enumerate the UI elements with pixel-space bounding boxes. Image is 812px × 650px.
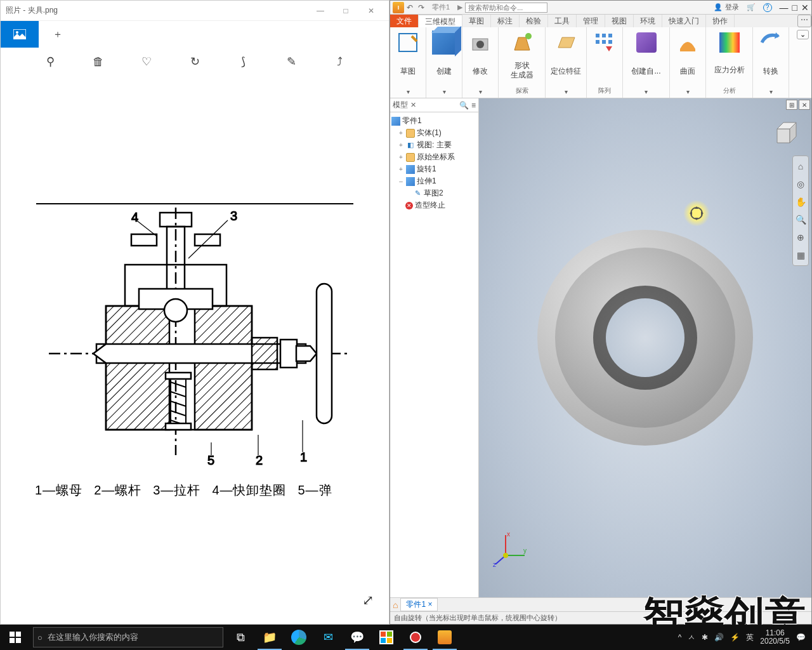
browser-menu-icon[interactable]: ≡ — [471, 101, 476, 110]
tab-get-started[interactable]: 快速入门 — [662, 15, 706, 27]
task-view-button[interactable]: ⧉ — [226, 625, 255, 650]
tray-overflow-icon[interactable]: ^ — [678, 633, 682, 642]
inventor-min-button[interactable]: — — [780, 3, 789, 13]
photos-close-button[interactable]: ✕ — [358, 1, 384, 21]
rotate-icon[interactable]: ↻ — [183, 50, 206, 73]
taskbar-wechat[interactable]: 💬 — [343, 625, 372, 650]
taskbar-store[interactable] — [372, 625, 401, 650]
browser-search-icon[interactable]: 🔍 — [459, 101, 469, 110]
doc-tab-part1[interactable]: 零件1 × — [400, 598, 438, 611]
tree-sketch2[interactable]: 草图2 — [424, 188, 443, 199]
delete-icon[interactable]: 🗑 — [87, 50, 110, 73]
panel-freeform[interactable]: 创建自... ▾ — [623, 27, 670, 98]
tray-people-icon[interactable]: ㅅ — [688, 632, 695, 643]
tray-clock[interactable]: 11:062020/5/5 — [760, 629, 790, 646]
tab-inspect[interactable]: 检验 — [520, 15, 548, 27]
panel-convert[interactable]: 转换 ▾ — [753, 27, 789, 98]
photos-viewport[interactable]: 4 3 5 2 1 1—螺母 2—螺杆 3—拉杆 4—快卸垫圈 5—弹 — [1, 76, 389, 624]
browser-close-icon[interactable]: ✕ — [410, 101, 416, 109]
panel-surface[interactable]: 曲面 ▾ — [670, 27, 706, 98]
drawing-caption: 1—螺母 2—螺杆 3—拉杆 4—快卸垫圈 5—弹 — [30, 482, 360, 499]
panel-sketch[interactable]: 草图 ▾ — [390, 27, 426, 98]
viewport-close-button[interactable]: ✕ — [799, 100, 810, 110]
svg-point-37 — [691, 208, 702, 219]
user-icon[interactable]: 👤 登录 — [714, 3, 738, 12]
tree-solids[interactable]: 实体(1) — [417, 128, 442, 138]
viewport-tile-button[interactable]: ⊞ — [786, 100, 797, 110]
tab-file[interactable]: 文件 — [390, 15, 419, 27]
nav-fullnav-icon[interactable]: ▦ — [794, 249, 807, 262]
taskbar-edge[interactable] — [284, 625, 313, 650]
ring-model[interactable] — [537, 230, 753, 446]
tree-view[interactable]: 视图: 主要 — [417, 140, 452, 150]
svg-rect-34 — [596, 40, 599, 44]
tree-end-of-part[interactable]: 造型终止 — [415, 200, 445, 211]
cart-icon[interactable]: 🛒 — [747, 3, 756, 11]
nav-zoom-icon[interactable]: 🔍 — [794, 213, 807, 226]
tab-3d-model[interactable]: 三维模型 — [419, 15, 462, 27]
photos-min-button[interactable]: — — [308, 1, 333, 21]
coordinate-triad: x y z — [493, 530, 531, 571]
tray-ime[interactable]: 英 — [746, 632, 754, 643]
tab-annotate[interactable]: 标注 — [491, 15, 520, 27]
crop-icon[interactable]: ⟆ — [232, 50, 254, 73]
clamp-drawing: 4 3 5 2 1 1—螺母 2—螺杆 3—拉杆 4—快卸垫圈 5—弹 — [30, 201, 360, 499]
redo-icon[interactable]: ↷ — [418, 3, 424, 12]
taskbar-search[interactable]: ○ 在这里输入你搜索的内容 — [33, 627, 223, 647]
3d-viewport[interactable]: ⊞ ✕ ⌂ ◎ ✋ 🔍 ⊕ ▦ — [479, 98, 811, 597]
taskbar-explorer[interactable]: 📁 — [255, 625, 284, 650]
tab-environments[interactable]: 环境 — [634, 15, 662, 27]
panel-shape-generator[interactable]: 形状 生成器 探索 — [499, 27, 546, 98]
tray-bluetooth-icon[interactable]: ✱ — [702, 633, 708, 642]
tree-extrude[interactable]: 拉伸1 — [417, 176, 436, 187]
svg-rect-36 — [608, 40, 612, 44]
edit-icon[interactable]: ✎ — [280, 50, 303, 73]
nav-pan-icon[interactable]: ✋ — [794, 196, 807, 208]
tray-notifications-icon[interactable]: 💬 — [796, 633, 806, 642]
taskbar-recorder[interactable] — [401, 625, 430, 650]
undo-icon[interactable]: ↶ — [407, 3, 413, 12]
panel-modify[interactable]: 修改 ▾ — [462, 27, 499, 98]
start-button[interactable] — [0, 625, 30, 650]
svg-point-44 — [503, 553, 508, 558]
svg-rect-19 — [166, 373, 191, 379]
inventor-titlebar: I ↶ ↷ 零件1 ▶ 👤 登录 🛒 ? — □ ✕ — [390, 1, 811, 15]
tree-revolve[interactable]: 旋转1 — [417, 164, 436, 175]
zoom-icon[interactable]: ⚲ — [39, 50, 62, 73]
help-icon[interactable]: ? — [763, 3, 772, 12]
inventor-close-button[interactable]: ✕ — [801, 3, 809, 13]
inventor-max-button[interactable]: □ — [792, 3, 797, 13]
doc-home-icon[interactable]: ⌂ — [393, 600, 398, 610]
tab-view[interactable]: 视图 — [605, 15, 634, 27]
photos-tab-image[interactable] — [1, 21, 39, 48]
heart-icon[interactable]: ♡ — [135, 50, 158, 73]
tree-origin[interactable]: 原始坐标系 — [417, 152, 455, 162]
nav-orbit-icon[interactable]: ◎ — [794, 178, 807, 190]
photos-max-button[interactable]: □ — [333, 1, 358, 21]
ribbon-collapse-button[interactable]: ⋯ — [797, 15, 811, 27]
panel-create[interactable]: 创建 ▾ — [426, 27, 462, 98]
taskbar-inventor[interactable] — [430, 625, 459, 650]
tab-tools[interactable]: 工具 — [548, 15, 577, 27]
tab-sketch[interactable]: 草图 — [462, 15, 491, 27]
help-search-input[interactable] — [465, 3, 547, 13]
tab-manage[interactable]: 管理 — [577, 15, 605, 27]
expand-icon[interactable]: ⤢ — [362, 592, 374, 609]
tray-volume-icon[interactable]: 🔊 — [714, 633, 724, 642]
browser-tab-label[interactable]: 模型 — [393, 100, 408, 110]
nav-home-icon[interactable]: ⌂ — [794, 160, 807, 173]
viewcube[interactable] — [771, 117, 800, 147]
ribbon-options-button[interactable]: ⌄ — [797, 30, 809, 39]
tab-collaborate[interactable]: 协作 — [706, 15, 735, 27]
panel-stress[interactable]: 应力分析 分析 — [706, 27, 753, 98]
browser-tree[interactable]: 零件1 +实体(1) +◧视图: 主要 +原始坐标系 +旋转1 –拉伸1 ✎草图… — [390, 112, 478, 214]
panel-pattern[interactable]: 阵列 — [587, 27, 623, 98]
photos-tab-add[interactable]: ＋ — [39, 21, 77, 48]
share-icon[interactable]: ⤴ — [328, 50, 351, 73]
tree-root[interactable]: 零件1 — [402, 116, 422, 126]
panel-work-features[interactable]: 定位特征 ▾ — [546, 27, 587, 98]
nav-lookAt-icon[interactable]: ⊕ — [794, 231, 807, 244]
svg-rect-32 — [602, 34, 606, 37]
tray-power-icon[interactable]: ⚡ — [730, 633, 740, 642]
taskbar-mail[interactable]: ✉ — [313, 625, 343, 650]
